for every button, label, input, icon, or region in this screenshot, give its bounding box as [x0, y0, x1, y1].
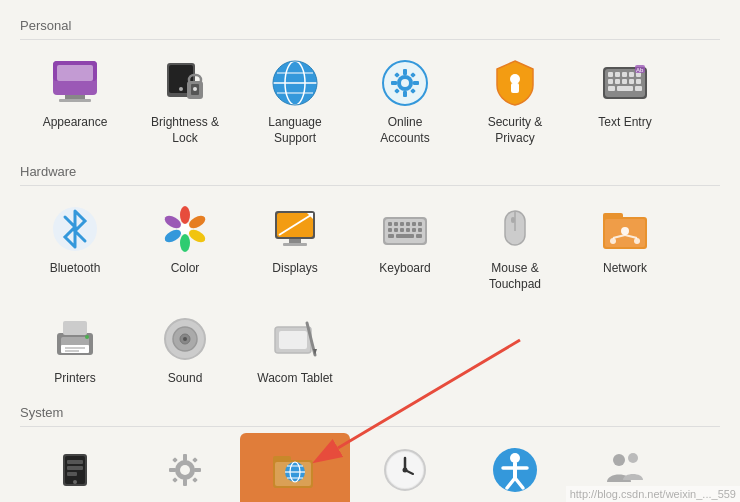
- item-backups[interactable]: Backups: [20, 433, 130, 502]
- svg-rect-43: [636, 79, 641, 84]
- software-updates-icon: [268, 443, 322, 497]
- svg-rect-4: [59, 99, 91, 102]
- svg-rect-39: [608, 79, 613, 84]
- svg-point-21: [401, 79, 409, 87]
- svg-rect-25: [413, 81, 419, 85]
- svg-point-87: [621, 227, 629, 235]
- sound-label: Sound: [168, 371, 203, 387]
- svg-rect-125: [192, 477, 198, 483]
- item-displays[interactable]: Displays: [240, 192, 350, 302]
- svg-rect-74: [400, 228, 404, 232]
- security-privacy-icon: [488, 56, 542, 110]
- svg-point-146: [628, 453, 638, 463]
- item-language-support[interactable]: LanguageSupport: [240, 46, 350, 156]
- item-security-privacy[interactable]: Security &Privacy: [460, 46, 570, 156]
- universal-access-icon: [488, 443, 542, 497]
- item-text-entry[interactable]: Ab Text Entry: [570, 46, 680, 156]
- item-network[interactable]: Network: [570, 192, 680, 302]
- item-details[interactable]: Details: [130, 433, 240, 502]
- svg-rect-62: [289, 239, 301, 243]
- svg-rect-72: [388, 228, 392, 232]
- item-printers[interactable]: Printers: [20, 302, 130, 397]
- item-sound[interactable]: Sound: [130, 302, 240, 397]
- svg-rect-40: [615, 79, 620, 84]
- online-accounts-label: OnlineAccounts: [380, 115, 429, 146]
- svg-text:Ab: Ab: [636, 67, 644, 73]
- language-support-label: LanguageSupport: [268, 115, 321, 146]
- item-brightness-lock[interactable]: Brightness &Lock: [130, 46, 240, 156]
- svg-point-117: [180, 465, 190, 475]
- svg-point-115: [73, 480, 77, 484]
- svg-rect-66: [388, 222, 392, 226]
- color-label: Color: [171, 261, 200, 277]
- svg-point-138: [403, 467, 408, 472]
- svg-rect-121: [194, 468, 201, 472]
- svg-rect-3: [65, 95, 85, 99]
- bluetooth-label: Bluetooth: [50, 261, 101, 277]
- item-universal-access[interactable]: UniversalAccess: [460, 433, 570, 502]
- brightness-lock-icon: [158, 56, 212, 110]
- text-entry-icon: Ab: [598, 56, 652, 110]
- printers-label: Printers: [54, 371, 95, 387]
- svg-point-145: [613, 454, 625, 466]
- svg-rect-35: [615, 72, 620, 77]
- mouse-touchpad-icon: [488, 202, 542, 256]
- item-time-date[interactable]: Time & Date: [350, 433, 460, 502]
- personal-grid: Appearance Brightness &Lock: [20, 46, 720, 156]
- details-icon: [158, 443, 212, 497]
- item-wacom-tablet[interactable]: Wacom Tablet: [240, 302, 350, 397]
- settings-container: Personal Appearance: [0, 0, 740, 502]
- svg-rect-46: [635, 86, 642, 91]
- svg-rect-22: [403, 69, 407, 75]
- watermark: http://blog.csdn.net/weixin_..._559: [566, 486, 740, 502]
- hardware-grid: Bluetooth Col: [20, 192, 720, 397]
- keyboard-label: Keyboard: [379, 261, 430, 277]
- svg-rect-119: [183, 479, 187, 486]
- bluetooth-icon: [48, 202, 102, 256]
- svg-rect-124: [172, 477, 178, 483]
- svg-rect-120: [169, 468, 176, 472]
- item-color[interactable]: Color: [130, 192, 240, 302]
- language-support-icon: [268, 56, 322, 110]
- section-label-hardware: Hardware: [20, 164, 720, 179]
- security-privacy-label: Security &Privacy: [488, 115, 543, 146]
- item-online-accounts[interactable]: OnlineAccounts: [350, 46, 460, 156]
- svg-rect-107: [279, 331, 307, 349]
- svg-point-54: [180, 234, 190, 252]
- svg-rect-76: [412, 228, 416, 232]
- text-entry-label: Text Entry: [598, 115, 651, 131]
- svg-rect-34: [608, 72, 613, 77]
- svg-point-57: [180, 224, 190, 234]
- svg-rect-45: [617, 86, 633, 91]
- color-icon: [158, 202, 212, 256]
- section-label-system: System: [20, 405, 720, 420]
- svg-rect-83: [511, 217, 515, 223]
- svg-point-88: [610, 238, 616, 244]
- brightness-lock-label: Brightness &Lock: [151, 115, 219, 146]
- svg-rect-24: [391, 81, 397, 85]
- displays-label: Displays: [272, 261, 317, 277]
- svg-rect-68: [400, 222, 404, 226]
- svg-rect-80: [416, 234, 422, 238]
- svg-rect-23: [403, 91, 407, 97]
- svg-rect-63: [283, 243, 307, 246]
- svg-rect-67: [394, 222, 398, 226]
- network-label: Network: [603, 261, 647, 277]
- svg-rect-36: [622, 72, 627, 77]
- svg-point-11: [193, 87, 197, 91]
- item-appearance[interactable]: Appearance: [20, 46, 130, 156]
- svg-rect-42: [629, 79, 634, 84]
- item-bluetooth[interactable]: Bluetooth: [20, 192, 130, 302]
- svg-point-51: [180, 206, 190, 224]
- svg-rect-96: [65, 347, 85, 349]
- svg-rect-118: [183, 454, 187, 461]
- svg-rect-31: [511, 83, 519, 93]
- svg-rect-75: [406, 228, 410, 232]
- item-software-updates[interactable]: Software &Updates: [240, 433, 350, 502]
- appearance-icon: [48, 56, 102, 110]
- svg-rect-97: [65, 350, 79, 352]
- item-mouse-touchpad[interactable]: Mouse &Touchpad: [460, 192, 570, 302]
- svg-rect-94: [63, 321, 87, 335]
- item-keyboard[interactable]: Keyboard: [350, 192, 460, 302]
- svg-rect-71: [418, 222, 422, 226]
